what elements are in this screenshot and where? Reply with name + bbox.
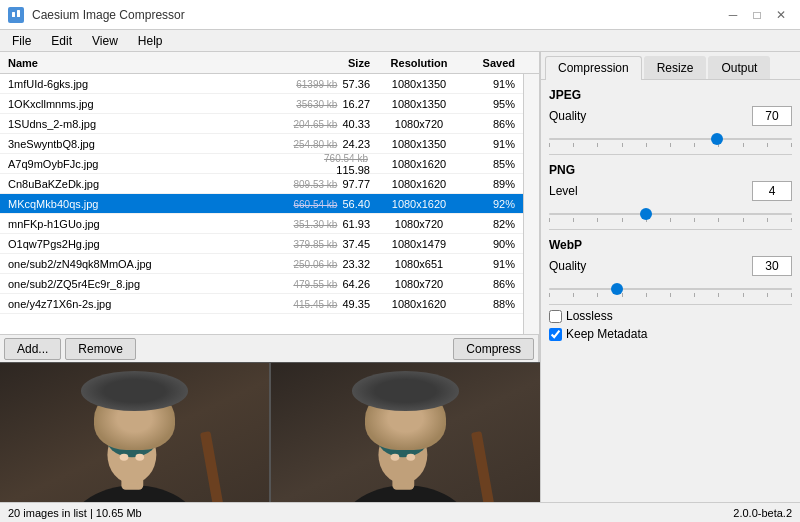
tab-resize[interactable]: Resize — [644, 56, 707, 79]
tick — [694, 293, 695, 297]
minimize-button[interactable]: ─ — [722, 4, 744, 26]
table-row[interactable]: one/sub2/zN49qk8MmOA.jpg 250.06 kb 23.32… — [0, 254, 523, 274]
keep-metadata-checkbox[interactable] — [549, 328, 562, 341]
svg-point-22 — [374, 405, 435, 443]
tick — [743, 293, 744, 297]
table-row[interactable]: 3neSwyntbQ8.jpg 254.80 kb 24.23 1080x135… — [0, 134, 523, 154]
row-size-original: 809.53 kb — [293, 179, 337, 190]
row-saved: 91% — [464, 78, 519, 90]
jpeg-quality-input[interactable] — [752, 106, 792, 126]
col-header-resolution: Resolution — [374, 57, 464, 69]
col-header-saved: Saved — [464, 57, 519, 69]
row-size: 660.54 kb 56.40 — [284, 198, 374, 210]
row-filename: mnFKp-h1GUo.jpg — [4, 218, 284, 230]
row-size: 254.80 kb 24.23 — [284, 138, 374, 150]
row-resolution: 1080x720 — [374, 218, 464, 230]
row-size-original: 415.45 kb — [293, 299, 337, 310]
main-content: Name Size Resolution Saved 1mfUId-6gks.j… — [0, 52, 800, 522]
tick — [622, 218, 623, 222]
settings-panel: JPEG Quality — [541, 80, 800, 522]
row-resolution: 1080x720 — [374, 118, 464, 130]
row-filename: O1qw7Pgs2Hg.jpg — [4, 238, 284, 250]
tick — [791, 143, 792, 147]
tab-compression[interactable]: Compression — [545, 56, 642, 80]
keep-metadata-row: Keep Metadata — [549, 327, 792, 341]
remove-button[interactable]: Remove — [65, 338, 136, 360]
row-size-original: 660.54 kb — [293, 199, 337, 210]
scrollbar[interactable] — [523, 74, 539, 334]
lossless-row: Lossless — [549, 309, 792, 323]
lossless-checkbox[interactable] — [549, 310, 562, 323]
tick — [549, 293, 550, 297]
row-filename: one/y4z71X6n-2s.jpg — [4, 298, 284, 310]
file-table[interactable]: 1mfUId-6gks.jpg 61399 kb 57.36 1080x1350… — [0, 74, 523, 334]
svg-point-24 — [374, 417, 435, 431]
table-row[interactable]: 1SUdns_2-m8.jpg 204.65 kb 40.33 1080x720… — [0, 114, 523, 134]
tick — [767, 218, 768, 222]
svg-point-27 — [406, 454, 415, 461]
jpeg-slider-ticks — [549, 143, 792, 147]
menu-file[interactable]: File — [4, 32, 39, 50]
file-list-area: Name Size Resolution Saved 1mfUId-6gks.j… — [0, 52, 540, 362]
webp-quality-label: Quality — [549, 259, 752, 273]
svg-rect-10 — [103, 424, 164, 441]
row-size-new: 49.35 — [342, 298, 370, 310]
row-size-new: 115.98 — [336, 164, 370, 176]
jpeg-slider-thumb[interactable] — [711, 133, 723, 145]
svg-rect-1 — [12, 12, 15, 17]
row-size: 35630 kb 16.27 — [284, 98, 374, 110]
webp-quality-slider-container — [549, 280, 792, 298]
svg-rect-2 — [17, 10, 20, 17]
row-size-new: 97.77 — [342, 178, 370, 190]
png-slider-ticks — [549, 218, 792, 222]
tick — [718, 293, 719, 297]
png-level-label: Level — [549, 184, 752, 198]
keep-metadata-label: Keep Metadata — [566, 327, 647, 341]
tick — [743, 218, 744, 222]
jpeg-quality-row: Quality — [549, 106, 792, 126]
webp-quality-input[interactable] — [752, 256, 792, 276]
row-size-original: 204.65 kb — [293, 119, 337, 130]
png-level-input[interactable] — [752, 181, 792, 201]
row-filename: A7q9mOybFJc.jpg — [4, 158, 284, 170]
menu-edit[interactable]: Edit — [43, 32, 80, 50]
jpeg-quality-label: Quality — [549, 109, 752, 123]
webp-slider-thumb[interactable] — [611, 283, 623, 295]
add-button[interactable]: Add... — [4, 338, 61, 360]
svg-point-8 — [104, 408, 160, 457]
svg-point-14 — [135, 454, 144, 461]
webp-slider-ticks — [549, 293, 792, 297]
table-row[interactable]: 1mfUId-6gks.jpg 61399 kb 57.36 1080x1350… — [0, 74, 523, 94]
menu-help[interactable]: Help — [130, 32, 171, 50]
row-resolution: 1080x1620 — [374, 298, 464, 310]
row-size-original: 250.06 kb — [293, 259, 337, 270]
table-row[interactable]: A7q9mOybFJc.jpg 760.54 kb 115.98 1080x16… — [0, 154, 523, 174]
table-row[interactable]: Cn8uBaKZeDk.jpg 809.53 kb 97.77 1080x162… — [0, 174, 523, 194]
tab-output[interactable]: Output — [708, 56, 770, 79]
tick — [622, 293, 623, 297]
preview-original — [0, 363, 269, 522]
maximize-button[interactable]: □ — [746, 4, 768, 26]
table-row[interactable]: O1qw7Pgs2Hg.jpg 379.85 kb 37.45 1080x147… — [0, 234, 523, 254]
svg-rect-0 — [9, 8, 23, 22]
left-panel: Name Size Resolution Saved 1mfUId-6gks.j… — [0, 52, 540, 522]
table-row[interactable]: one/y4z71X6n-2s.jpg 415.45 kb 49.35 1080… — [0, 294, 523, 314]
tick — [646, 293, 647, 297]
tick — [573, 293, 574, 297]
row-size-new: 40.33 — [342, 118, 370, 130]
compress-button[interactable]: Compress — [453, 338, 534, 360]
original-image — [0, 363, 269, 522]
table-row[interactable]: MKcqMkb40qs.jpg 660.54 kb 56.40 1080x162… — [0, 194, 523, 214]
menu-view[interactable]: View — [84, 32, 126, 50]
webp-section-title: WebP — [549, 238, 792, 252]
table-row[interactable]: 1OKxcllmnms.jpg 35630 kb 16.27 1080x1350… — [0, 94, 523, 114]
table-row[interactable]: mnFKp-h1GUo.jpg 351.30 kb 61.93 1080x720… — [0, 214, 523, 234]
tick — [670, 143, 671, 147]
app-version: 2.0.0-beta.2 — [733, 507, 792, 519]
row-size-original: 379.85 kb — [293, 239, 337, 250]
tick — [549, 143, 550, 147]
row-saved: 86% — [464, 118, 519, 130]
close-button[interactable]: ✕ — [770, 4, 792, 26]
table-row[interactable]: one/sub2/ZQ5r4Ec9r_8.jpg 479.55 kb 64.26… — [0, 274, 523, 294]
compressed-image — [271, 363, 540, 522]
